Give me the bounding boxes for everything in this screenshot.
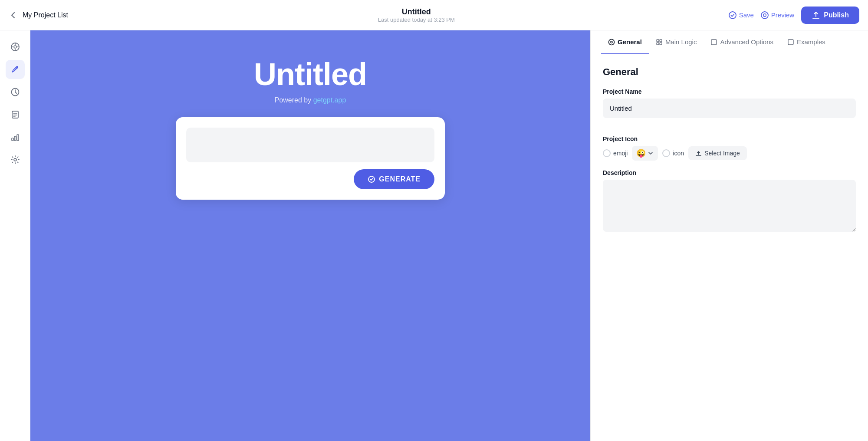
emoji-selector[interactable]: 😜: [632, 146, 658, 161]
project-name-input[interactable]: [603, 99, 856, 118]
sidebar-item-dashboard[interactable]: [6, 37, 25, 56]
sidebar-item-edit[interactable]: [6, 60, 25, 79]
icon-label: icon: [673, 150, 684, 157]
sidebar-item-analytics[interactable]: [6, 128, 25, 147]
svg-point-20: [611, 41, 612, 43]
sidebar-item-tasks[interactable]: [6, 105, 25, 124]
icon-radio[interactable]: [662, 149, 670, 157]
svg-point-1: [761, 12, 768, 19]
canvas-subtitle: Powered by getgpt.app: [275, 96, 346, 104]
canvas-input[interactable]: [186, 128, 434, 162]
header-left: My Project List: [9, 11, 104, 20]
back-button[interactable]: [9, 11, 17, 20]
svg-rect-21: [657, 39, 659, 42]
header-title: Untitled: [402, 7, 431, 16]
tab-main-logic[interactable]: Main Logic: [649, 30, 704, 54]
svg-point-0: [729, 12, 736, 19]
svg-rect-16: [17, 135, 19, 141]
svg-rect-25: [711, 39, 717, 45]
canvas-title: Untitled: [254, 56, 367, 92]
project-icon-label: Project Icon: [603, 135, 856, 142]
emoji-radio[interactable]: [603, 149, 611, 157]
description-input[interactable]: [603, 180, 856, 232]
header-title-area: Untitled Last updated today at 3:23 PM: [378, 7, 455, 23]
svg-point-4: [14, 46, 16, 48]
tab-advanced-options[interactable]: Advanced Options: [704, 30, 780, 54]
svg-rect-22: [660, 39, 662, 42]
header-actions: Save Preview Publish: [729, 7, 859, 24]
svg-rect-23: [657, 43, 659, 45]
svg-rect-26: [788, 39, 793, 45]
canvas-subtitle-link[interactable]: getgpt.app: [313, 96, 346, 104]
icon-row: emoji 😜 icon: [603, 146, 856, 161]
publish-label: Publish: [824, 11, 849, 19]
generate-button[interactable]: GENERATE: [354, 169, 434, 189]
svg-rect-14: [12, 138, 13, 141]
panel-content: General Project Name Project Icon emoji …: [591, 54, 868, 441]
preview-button[interactable]: Preview: [761, 11, 794, 19]
svg-point-17: [14, 158, 16, 161]
upload-icon: [695, 150, 702, 157]
canvas-footer: GENERATE: [186, 169, 434, 189]
main-layout: Untitled Powered by getgpt.app GENERATE: [0, 30, 868, 441]
project-list-link[interactable]: My Project List: [23, 11, 68, 19]
svg-point-19: [609, 39, 615, 45]
svg-point-2: [763, 13, 766, 16]
header-subtitle: Last updated today at 3:23 PM: [378, 16, 455, 23]
icon-radio-group[interactable]: icon: [662, 149, 684, 157]
sidebar-item-settings[interactable]: [6, 150, 25, 169]
save-label: Save: [739, 11, 754, 19]
project-name-section: Project Name: [603, 88, 856, 127]
emoji-value: 😜: [636, 148, 646, 158]
generate-label: GENERATE: [379, 175, 421, 183]
emoji-label: emoji: [613, 150, 628, 157]
save-button[interactable]: Save: [729, 11, 754, 19]
description-label: Description: [603, 169, 856, 176]
tab-examples[interactable]: Examples: [780, 30, 832, 54]
project-name-label: Project Name: [603, 88, 856, 95]
right-panel: General Main Logic Advanced Options: [590, 30, 868, 441]
publish-button[interactable]: Publish: [801, 7, 859, 24]
project-icon-section: Project Icon emoji 😜 icon: [603, 135, 856, 161]
svg-rect-24: [660, 43, 662, 45]
canvas-area: Untitled Powered by getgpt.app GENERATE: [30, 30, 590, 441]
chevron-down-icon: [648, 150, 654, 156]
tab-general[interactable]: General: [601, 30, 649, 54]
emoji-radio-group[interactable]: emoji: [603, 149, 628, 157]
description-section: Description: [603, 169, 856, 234]
select-image-label: Select Image: [704, 150, 740, 157]
preview-label: Preview: [771, 11, 794, 19]
sidebar: [0, 30, 30, 441]
tabs: General Main Logic Advanced Options: [591, 30, 868, 54]
header: My Project List Untitled Last updated to…: [0, 0, 868, 30]
sidebar-item-history[interactable]: [6, 82, 25, 102]
section-title: General: [603, 66, 856, 78]
svg-rect-15: [14, 136, 16, 141]
canvas-subtitle-prefix: Powered by: [275, 96, 313, 104]
canvas-card: GENERATE: [176, 117, 445, 200]
select-image-button[interactable]: Select Image: [688, 146, 747, 160]
